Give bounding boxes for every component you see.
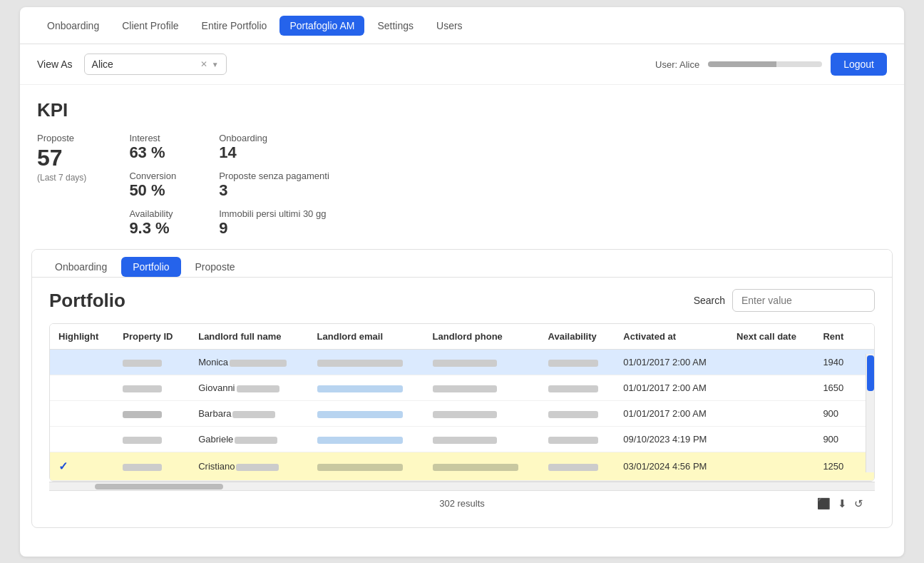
tab-onboarding[interactable]: Onboarding	[37, 16, 109, 36]
col-landlord-name: Landlord full name	[190, 324, 308, 350]
kpi-section: KPI Proposte 57 (Last 7 days) Interest 6…	[20, 85, 904, 249]
kpi-onboarding-value: 14	[219, 143, 329, 162]
cell-property-id	[114, 427, 190, 452]
table-row[interactable]: ✓ Cristiano 03/01/2024 4:56 PM 1250	[50, 452, 874, 481]
cell-property-id	[114, 401, 190, 427]
kpi-immobili-value: 9	[219, 219, 329, 238]
cell-availability	[540, 350, 615, 375]
cell-next-call	[728, 427, 814, 452]
cell-activated-at: 01/01/2017 2:00 AM	[615, 375, 728, 401]
kpi-onboarding-label: Onboarding	[219, 133, 329, 143]
kpi-proposte-sub: (Last 7 days)	[37, 173, 86, 183]
check-icon: ✓	[58, 460, 68, 472]
col-activated-at: Activated at	[615, 324, 728, 350]
logout-button[interactable]: Logout	[831, 53, 887, 76]
results-count: 302 results	[439, 498, 485, 509]
refresh-icon[interactable]: ↺	[854, 497, 863, 510]
cell-property-id	[114, 452, 190, 481]
cell-highlight	[50, 375, 114, 401]
kpi-proposte-senza: Proposte senza pagamenti 3	[219, 171, 329, 200]
cell-landlord-name: Monica	[190, 350, 308, 375]
kpi-col2: Interest 63 % Conversion 50 % Availabili…	[129, 133, 176, 238]
cell-next-call	[728, 401, 814, 427]
cell-landlord-name: Gabriele	[190, 427, 308, 452]
kpi-availability-label: Availability	[129, 208, 176, 219]
kpi-proposte: Proposte 57 (Last 7 days)	[37, 133, 86, 183]
kpi-conversion-value: 50 %	[129, 181, 176, 200]
cell-availability	[540, 427, 615, 452]
vertical-scrollbar[interactable]	[866, 354, 874, 472]
kpi-proposte-senza-label: Proposte senza pagamenti	[219, 171, 329, 181]
cell-activated-at: 03/01/2024 4:56 PM	[615, 452, 728, 481]
cell-email	[309, 350, 424, 375]
tab-client-profile[interactable]: Client Profile	[112, 16, 188, 36]
download-icon[interactable]: ⬇	[838, 497, 847, 510]
table-row[interactable]: Gabriele 09/10/2023 4:19 PM 900	[50, 427, 874, 452]
inner-tab-proposte[interactable]: Proposte	[184, 257, 247, 277]
kpi-interest-label: Interest	[129, 133, 176, 143]
user-info: User: Alice Logout	[655, 53, 887, 76]
cell-email	[309, 427, 424, 452]
kpi-interest: Interest 63 %	[129, 133, 176, 162]
kpi-proposte-label: Proposte	[37, 133, 86, 143]
table-row[interactable]: Barbara 01/01/2017 2:00 AM 900	[50, 401, 874, 427]
tab-settings[interactable]: Settings	[367, 16, 423, 36]
cell-activated-at: 01/01/2017 2:00 AM	[615, 401, 728, 427]
kpi-conversion-label: Conversion	[129, 171, 176, 181]
horizontal-scrollbar[interactable]	[49, 482, 875, 490]
cell-next-call	[728, 350, 814, 375]
kpi-grid: Proposte 57 (Last 7 days) Interest 63 % …	[37, 133, 887, 238]
portfolio-table-wrapper: Highlight Property ID Landlord full name…	[49, 323, 875, 482]
cell-availability	[540, 375, 615, 401]
inner-card: Onboarding Portfolio Proposte Portfolio …	[31, 249, 893, 528]
view-as-label: View As	[37, 59, 73, 70]
user-label: User: Alice	[655, 59, 699, 70]
cell-highlight	[50, 401, 114, 427]
col-rent: Rent	[814, 324, 857, 350]
kpi-availability: Availability 9.3 %	[129, 208, 176, 238]
cell-phone	[424, 401, 540, 427]
cell-highlight: ✓	[50, 452, 114, 481]
view-as-row: View As Alice ✕ ▼ User: Alice Logout	[20, 44, 904, 85]
search-area: Search	[694, 289, 875, 312]
cell-rent: 1940	[814, 350, 857, 375]
table-row[interactable]: Monica 01/01/2017 2:00 AM 1940	[50, 350, 874, 375]
cell-phone	[424, 350, 540, 375]
cell-next-call	[728, 452, 814, 481]
cell-rent: 900	[814, 401, 857, 427]
top-navigation: Onboarding Client Profile Entire Portfol…	[20, 7, 904, 44]
col-landlord-phone: Landlord phone	[424, 324, 540, 350]
tab-entire-portfolio[interactable]: Entire Portfolio	[192, 16, 277, 36]
footer-actions: ⬛ ⬇ ↺	[817, 497, 863, 510]
portfolio-table: Highlight Property ID Landlord full name…	[50, 324, 874, 481]
search-label: Search	[694, 295, 725, 306]
cell-availability	[540, 401, 615, 427]
cell-landlord-name: Barbara	[190, 401, 308, 427]
clear-icon[interactable]: ✕	[200, 59, 207, 69]
chevron-down-icon: ▼	[212, 61, 219, 69]
cell-availability	[540, 452, 615, 481]
kpi-immobili-label: Immobili persi ultimi 30 gg	[219, 208, 329, 219]
cell-phone	[424, 427, 540, 452]
kpi-immobili: Immobili persi ultimi 30 gg 9	[219, 208, 329, 238]
search-input[interactable]	[732, 289, 875, 312]
cell-rent: 900	[814, 427, 857, 452]
inner-tab-portfolio[interactable]: Portfolio	[121, 257, 180, 277]
cell-phone	[424, 452, 540, 481]
tab-users[interactable]: Users	[426, 16, 473, 36]
table-row[interactable]: Giovanni 01/01/2017 2:00 AM 1650	[50, 375, 874, 401]
kpi-title: KPI	[37, 99, 887, 121]
filter-icon[interactable]: ⬛	[817, 497, 831, 510]
cell-email	[309, 452, 424, 481]
col-availability: Availability	[540, 324, 615, 350]
cell-rent: 1650	[814, 375, 857, 401]
inner-tab-onboarding[interactable]: Onboarding	[43, 257, 118, 277]
tab-portafoglio-am[interactable]: Portafoglio AM	[279, 16, 364, 36]
cell-property-id	[114, 375, 190, 401]
inner-tabs: Onboarding Portfolio Proposte	[32, 250, 892, 278]
view-as-select[interactable]: Alice ✕ ▼	[84, 54, 227, 75]
cell-highlight	[50, 427, 114, 452]
col-scrollbar-spacer	[857, 324, 874, 350]
cell-phone	[424, 375, 540, 401]
kpi-conversion: Conversion 50 %	[129, 171, 176, 200]
